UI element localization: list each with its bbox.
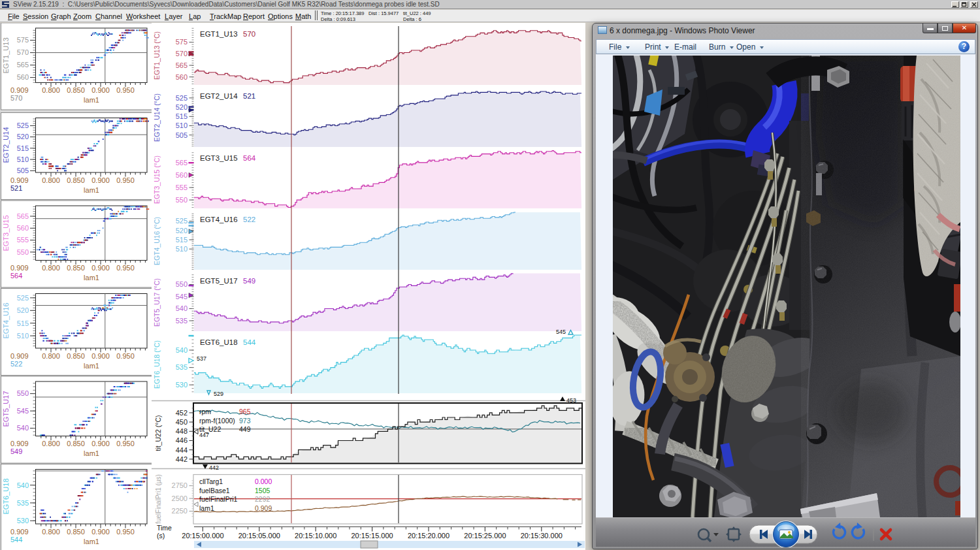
- svg-text:0.950: 0.950: [116, 176, 135, 184]
- svg-text:564: 564: [10, 272, 22, 280]
- svg-text:EGT5_U17 (°C): EGT5_U17 (°C): [153, 278, 161, 327]
- svg-text:540: 540: [176, 304, 188, 312]
- svg-text:0.950: 0.950: [116, 440, 135, 447]
- svg-text:0.900: 0.900: [91, 528, 110, 536]
- svg-text:20:15:20.000: 20:15:20.000: [408, 532, 449, 540]
- svg-text:lam1: lam1: [84, 362, 99, 370]
- svg-text:0.800: 0.800: [42, 440, 60, 447]
- svg-text:EGT2_U14 (°C): EGT2_U14 (°C): [153, 93, 161, 142]
- svg-text:555: 555: [17, 236, 29, 244]
- svg-text:0.909: 0.909: [10, 264, 29, 272]
- svg-text:20:15:15.000: 20:15:15.000: [351, 532, 393, 540]
- svg-text:0.950: 0.950: [116, 352, 135, 360]
- svg-text:rpm: rpm: [199, 408, 211, 415]
- svg-text:(s): (s): [157, 532, 165, 540]
- svg-text:fuelFinalPri1: fuelFinalPri1: [199, 495, 238, 503]
- svg-text:555: 555: [176, 184, 188, 191]
- svg-text:525: 525: [176, 94, 188, 102]
- svg-text:0.850: 0.850: [67, 86, 85, 94]
- svg-text:lam1: lam1: [84, 538, 99, 545]
- svg-text:tit_U22 (°C): tit_U22 (°C): [154, 415, 162, 451]
- svg-text:0.950: 0.950: [116, 86, 135, 94]
- svg-text:442: 442: [209, 464, 219, 471]
- svg-text:fuelFinalPri1 (µs): fuelFinalPri1 (µs): [155, 474, 162, 524]
- svg-text:520: 520: [17, 133, 29, 140]
- svg-text:EGT6_U18: EGT6_U18: [200, 338, 238, 346]
- svg-text:EGT4_U16: EGT4_U16: [2, 302, 10, 338]
- svg-text:0.909: 0.909: [10, 528, 29, 536]
- svg-text:515: 515: [176, 112, 188, 120]
- svg-text:0.800: 0.800: [42, 264, 60, 272]
- svg-text:560: 560: [17, 224, 29, 232]
- svg-text:570: 570: [10, 94, 22, 102]
- svg-text:lam1: lam1: [84, 449, 99, 457]
- svg-text:EGT5_U17: EGT5_U17: [200, 277, 238, 285]
- svg-text:lam1: lam1: [84, 96, 99, 104]
- svg-text:510: 510: [17, 332, 29, 340]
- svg-text:510: 510: [176, 121, 188, 129]
- svg-text:549: 549: [10, 447, 22, 455]
- svg-text:2250: 2250: [172, 507, 188, 515]
- svg-text:570: 570: [243, 30, 255, 38]
- svg-text:EGT1_U13 (°C): EGT1_U13 (°C): [153, 31, 161, 80]
- svg-text:575: 575: [17, 36, 29, 44]
- svg-text:570: 570: [176, 50, 188, 57]
- svg-text:452: 452: [176, 409, 188, 417]
- svg-text:525: 525: [17, 294, 29, 302]
- svg-text:0.900: 0.900: [91, 264, 110, 272]
- svg-text:565: 565: [176, 159, 188, 167]
- svg-text:510: 510: [17, 155, 29, 163]
- svg-text:Time: Time: [157, 524, 172, 532]
- svg-text:564: 564: [243, 154, 256, 162]
- svg-text:20:15:00.000: 20:15:00.000: [182, 532, 223, 540]
- svg-text:0.909: 0.909: [10, 352, 29, 360]
- svg-text:0.850: 0.850: [67, 352, 85, 360]
- svg-text:fuelBase1: fuelBase1: [199, 487, 230, 494]
- svg-text:1505: 1505: [255, 487, 270, 494]
- svg-text:0.950: 0.950: [116, 264, 135, 272]
- svg-text:rpm-f(1000): rpm-f(1000): [199, 417, 235, 425]
- svg-text:570: 570: [17, 48, 29, 56]
- svg-text:535: 535: [17, 499, 29, 507]
- svg-text:lam1: lam1: [84, 186, 99, 194]
- svg-text:520: 520: [17, 306, 29, 314]
- svg-text:0.850: 0.850: [67, 440, 85, 447]
- svg-text:20:15:30.000: 20:15:30.000: [521, 532, 563, 540]
- svg-text:515: 515: [17, 144, 29, 152]
- svg-text:EGT5_U17: EGT5_U17: [2, 391, 10, 427]
- svg-text:565: 565: [176, 61, 188, 69]
- svg-text:0.000: 0.000: [255, 477, 272, 485]
- svg-text:EGT1_U13: EGT1_U13: [2, 37, 10, 73]
- svg-text:550: 550: [17, 389, 29, 397]
- svg-text:545: 545: [176, 293, 188, 300]
- svg-text:535: 535: [176, 363, 188, 371]
- svg-text:EGT3_U15: EGT3_U15: [200, 154, 238, 162]
- svg-text:446: 446: [176, 436, 188, 444]
- svg-text:0.800: 0.800: [42, 352, 60, 360]
- svg-text:20:15:25.000: 20:15:25.000: [464, 532, 506, 540]
- svg-text:550: 550: [176, 280, 188, 288]
- svg-text:20:15:10.000: 20:15:10.000: [295, 532, 336, 540]
- svg-text:0.850: 0.850: [67, 264, 85, 272]
- svg-text:0.800: 0.800: [42, 176, 60, 184]
- svg-text:550: 550: [17, 248, 29, 256]
- svg-text:2292: 2292: [255, 495, 270, 503]
- svg-text:560: 560: [176, 73, 188, 81]
- svg-text:535: 535: [176, 317, 188, 325]
- svg-text:0.909: 0.909: [10, 176, 29, 184]
- svg-text:EGT2_U14: EGT2_U14: [2, 127, 10, 163]
- svg-text:EGT4_U16: EGT4_U16: [200, 216, 238, 223]
- svg-text:0.850: 0.850: [67, 176, 85, 184]
- svg-text:EGT6_U18: EGT6_U18: [2, 478, 10, 514]
- svg-text:cllTarg1: cllTarg1: [199, 477, 223, 485]
- svg-text:565: 565: [17, 212, 29, 220]
- svg-text:448: 448: [176, 427, 188, 435]
- svg-text:550: 550: [176, 196, 188, 204]
- svg-text:20:15:05.000: 20:15:05.000: [238, 532, 280, 540]
- svg-text:544: 544: [243, 338, 256, 346]
- svg-text:515: 515: [17, 319, 29, 327]
- svg-text:0.900: 0.900: [91, 440, 110, 447]
- svg-text:515: 515: [176, 236, 188, 244]
- svg-text:525: 525: [17, 121, 29, 129]
- svg-text:0.900: 0.900: [91, 176, 110, 184]
